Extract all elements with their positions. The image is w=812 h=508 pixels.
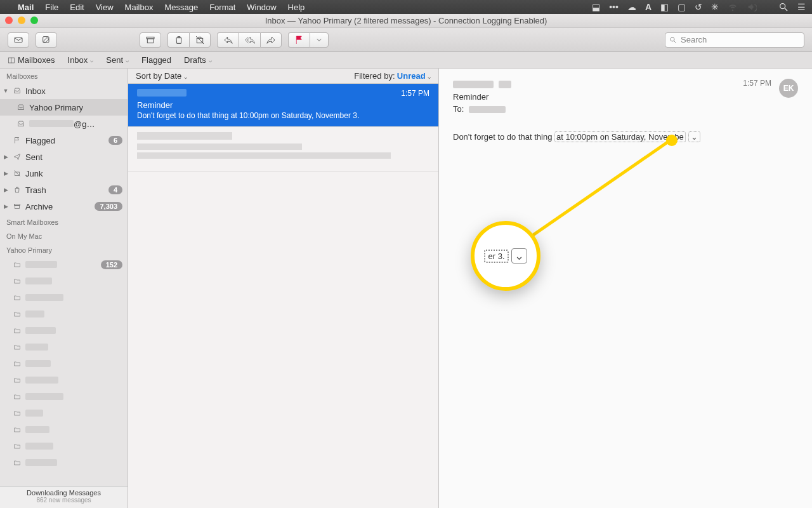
wifi-tray-icon[interactable]	[728, 2, 738, 12]
sidebar-folder[interactable]	[0, 438, 128, 455]
menubar-edit[interactable]: Edit	[70, 3, 84, 12]
message-row-time: 1:57 PM	[401, 89, 429, 98]
sidebar-gmail-account[interactable]: @g…	[0, 116, 128, 132]
sidebar-gmail-suffix: @g…	[74, 119, 95, 129]
sidebar-archive[interactable]: ▶ Archive 7,303	[0, 198, 128, 215]
sidebar-folder[interactable]	[0, 323, 128, 339]
sidebar-folder[interactable]	[0, 273, 128, 290]
notification-center-tray-icon[interactable]: ☰	[797, 2, 806, 12]
fav-drafts[interactable]: Drafts⌵	[184, 55, 212, 65]
filter-indicator[interactable]: Filtered by: Unread ⌵	[354, 71, 431, 81]
message-list-header: Sort by Date ⌵ Filtered by: Unread ⌵	[128, 69, 438, 84]
menubar-format[interactable]: Format	[209, 3, 235, 12]
menubar-message[interactable]: Message	[164, 3, 198, 12]
archive-button[interactable]	[140, 32, 161, 48]
fav-sent[interactable]: Sent⌵	[106, 55, 129, 65]
sidebar-sent[interactable]: ▶ Sent	[0, 149, 128, 165]
flag-menu-button[interactable]	[310, 32, 329, 48]
data-detector-dropdown-icon[interactable]: ⌄	[688, 131, 700, 142]
fav-inbox[interactable]: Inbox⌵	[68, 55, 94, 65]
fav-mailboxes-label: Mailboxes	[18, 55, 55, 65]
cloud-tray-icon[interactable]: ☁︎	[627, 2, 636, 12]
junk-icon	[13, 170, 21, 177]
sidebar-flagged[interactable]: Flagged 6	[0, 132, 128, 149]
bluetooth-tray-icon[interactable]: ✳︎	[711, 2, 719, 12]
svg-point-0	[780, 4, 785, 9]
sidebar-folder[interactable]	[0, 422, 128, 438]
junk-button[interactable]	[189, 32, 211, 48]
disclosure-triangle-icon[interactable]: ▶	[3, 187, 9, 193]
sidebar-folder[interactable]	[0, 356, 128, 372]
folder-icon	[13, 426, 21, 434]
reply-all-button[interactable]	[239, 32, 260, 48]
inbox-icon	[17, 120, 25, 128]
ellipsis-tray-icon[interactable]: •••	[609, 2, 619, 12]
window-minimize-button[interactable]	[18, 17, 25, 24]
archive-icon	[13, 203, 21, 210]
folder-icon	[13, 261, 21, 269]
svg-line-16	[524, 140, 671, 241]
compose-button[interactable]	[36, 32, 57, 48]
disclosure-triangle-icon[interactable]: ▼	[3, 88, 9, 94]
timemachine-tray-icon[interactable]: ↺	[695, 2, 702, 12]
airplay-tray-icon[interactable]: ▢	[678, 2, 686, 12]
search-field[interactable]: Search	[665, 32, 804, 48]
forward-button[interactable]	[260, 32, 282, 48]
sidebar-yahoo-primary[interactable]: Yahoo Primary	[0, 99, 128, 116]
message-row-selected[interactable]: 1:57 PM Reminder Don't forget to do that…	[128, 84, 438, 127]
menubar-app[interactable]: Mail	[18, 3, 34, 12]
window-close-button[interactable]	[5, 17, 13, 24]
sidebar-folder-count: 152	[101, 260, 122, 269]
menubar-view[interactable]: View	[96, 3, 114, 12]
fav-mailboxes-toggle[interactable]: Mailboxes	[8, 55, 55, 65]
folder-icon	[13, 344, 21, 351]
sidebar-junk-label: Junk	[25, 169, 122, 178]
message-row-preview: Don't forget to do that thing at 10:00pm…	[137, 111, 429, 120]
sidebar-archive-label: Archive	[25, 202, 92, 211]
sidebar-junk[interactable]: ▶ Junk	[0, 165, 128, 182]
mailboxes-sidebar: Mailboxes ▼ Inbox Yahoo Primary @g… Flag…	[0, 69, 128, 508]
sidebar-inbox-label: Inbox	[25, 86, 122, 96]
folder-icon	[13, 360, 21, 368]
trash-icon	[13, 186, 21, 194]
disclosure-triangle-icon[interactable]: ▶	[3, 154, 9, 160]
mail-window: Inbox — Yahoo Primary (2 filtered messag…	[0, 14, 812, 508]
volume-tray-icon[interactable]	[747, 2, 757, 12]
reader-from	[453, 79, 730, 88]
fav-flagged[interactable]: Flagged	[141, 55, 171, 65]
sidebar-folder[interactable]	[0, 389, 128, 405]
user-tray-icon[interactable]: ◧	[660, 2, 669, 12]
inbox-icon	[13, 87, 21, 95]
fav-sent-label: Sent	[106, 55, 123, 65]
sidebar-folder[interactable]	[0, 372, 128, 389]
disclosure-triangle-icon[interactable]: ▶	[3, 170, 9, 177]
message-row[interactable]	[128, 127, 438, 171]
menubar-window[interactable]: Window	[247, 3, 276, 12]
sidebar-trash[interactable]: ▶ Trash 4	[0, 182, 128, 198]
svg-rect-2	[15, 37, 22, 43]
menubar-file[interactable]: File	[45, 3, 58, 12]
flag-button[interactable]	[288, 32, 310, 48]
macos-menubar: Mail File Edit View Mailbox Message Form…	[0, 0, 812, 14]
sidebar-folder[interactable]	[0, 339, 128, 356]
sidebar-folder[interactable]: 152	[0, 257, 128, 273]
sidebar-folder[interactable]	[0, 405, 128, 422]
menubar-mailbox[interactable]: Mailbox	[125, 3, 154, 12]
menubar-help[interactable]: Help	[288, 3, 305, 12]
svg-point-8	[671, 37, 674, 41]
get-mail-button[interactable]	[8, 32, 29, 48]
reply-button[interactable]	[217, 32, 239, 48]
window-zoom-button[interactable]	[30, 17, 38, 24]
delete-button[interactable]	[167, 32, 189, 48]
reader-avatar: EK	[779, 79, 798, 98]
disclosure-triangle-icon[interactable]: ▶	[3, 203, 9, 210]
sidebar-folder[interactable]	[0, 455, 128, 471]
sidebar-trash-count: 4	[108, 185, 122, 194]
sidebar-folder[interactable]	[0, 306, 128, 323]
dropbox-tray-icon[interactable]: ⬓	[592, 2, 600, 12]
adobe-tray-icon[interactable]: A	[645, 2, 652, 12]
sort-by-button[interactable]: Sort by Date ⌵	[136, 71, 187, 81]
sidebar-folder[interactable]	[0, 290, 128, 306]
spotlight-tray-icon[interactable]	[778, 2, 789, 12]
sidebar-inbox[interactable]: ▼ Inbox	[0, 83, 128, 99]
